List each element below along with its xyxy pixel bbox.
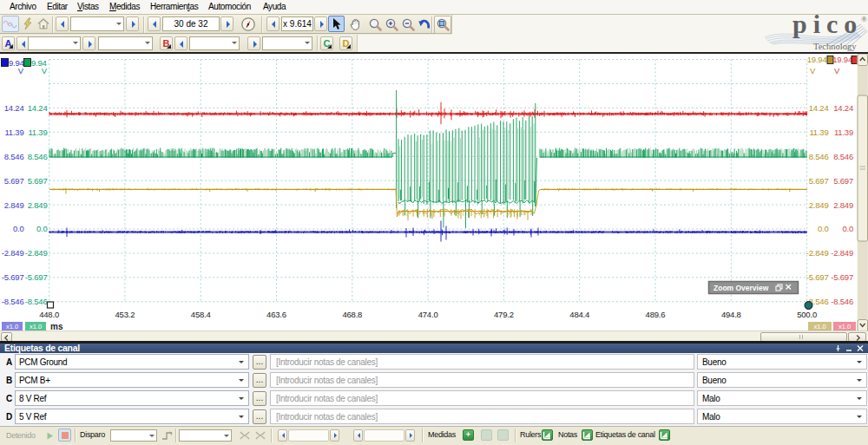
svg-text:-8.546: -8.546 — [25, 297, 48, 306]
svg-text:479.2: 479.2 — [494, 310, 514, 319]
svg-text:x1.0: x1.0 — [838, 323, 851, 330]
svg-text:0.0: 0.0 — [842, 224, 853, 233]
svg-text:463.6: 463.6 — [266, 310, 286, 319]
svg-text:pico: pico — [792, 15, 863, 38]
svg-text:14.24: 14.24 — [4, 103, 24, 113]
svg-text:8.546: 8.546 — [809, 152, 829, 161]
svg-text:8.546: 8.546 — [28, 152, 48, 161]
svg-text:8.546: 8.546 — [4, 152, 24, 161]
svg-text:5.697: 5.697 — [28, 176, 48, 186]
svg-text:5.697: 5.697 — [809, 176, 829, 186]
svg-text:8.546: 8.546 — [833, 152, 853, 161]
svg-text:2.849: 2.849 — [833, 200, 853, 210]
svg-text:-5.697: -5.697 — [831, 272, 853, 282]
svg-text:11.39: 11.39 — [28, 128, 47, 137]
svg-text:x1.0: x1.0 — [813, 323, 825, 330]
svg-text:-2.849: -2.849 — [831, 248, 853, 258]
svg-text:-8.546: -8.546 — [2, 297, 24, 306]
svg-text:-5.697: -5.697 — [806, 272, 829, 282]
svg-text:x1.0: x1.0 — [30, 323, 42, 330]
svg-text:-2.849: -2.849 — [25, 248, 48, 258]
svg-text:11.39: 11.39 — [834, 128, 853, 137]
svg-text:Technology: Technology — [813, 42, 857, 51]
svg-text:-5.697: -5.697 — [25, 272, 48, 282]
svg-text:14.24: 14.24 — [809, 103, 829, 113]
svg-text:453.2: 453.2 — [115, 310, 135, 319]
svg-text:V: V — [834, 66, 840, 75]
svg-text:19.94: 19.94 — [832, 55, 852, 64]
svg-text:-2.849: -2.849 — [2, 248, 24, 258]
svg-text:500.0: 500.0 — [797, 310, 817, 319]
svg-text:-2.849: -2.849 — [806, 248, 829, 258]
svg-text:484.4: 484.4 — [569, 310, 589, 319]
svg-text:0.0: 0.0 — [36, 224, 48, 233]
svg-text:®: ® — [861, 15, 867, 23]
svg-text:14.24: 14.24 — [833, 103, 853, 113]
svg-text:x1.0: x1.0 — [6, 323, 18, 330]
svg-text:Zoom Overview: Zoom Overview — [713, 284, 769, 292]
svg-text:V: V — [42, 66, 48, 75]
svg-text:19.94: 19.94 — [807, 55, 827, 64]
svg-text:458.4: 458.4 — [191, 310, 211, 319]
svg-text:0.0: 0.0 — [818, 224, 829, 233]
svg-text:14.24: 14.24 — [28, 103, 48, 113]
svg-text:494.8: 494.8 — [721, 310, 741, 319]
svg-text:11.39: 11.39 — [4, 128, 23, 137]
svg-text:-8.546: -8.546 — [831, 297, 853, 306]
svg-text:474.0: 474.0 — [418, 310, 438, 319]
svg-text:468.8: 468.8 — [342, 310, 362, 319]
svg-text:448.0: 448.0 — [39, 310, 59, 319]
svg-text:ms: ms — [50, 322, 63, 331]
svg-text:V: V — [810, 66, 816, 75]
svg-text:V: V — [18, 66, 24, 75]
svg-text:5.697: 5.697 — [833, 176, 853, 186]
svg-text:11.39: 11.39 — [809, 128, 828, 137]
svg-text:0.0: 0.0 — [13, 224, 24, 233]
svg-text:2.849: 2.849 — [4, 200, 24, 210]
svg-text:5.697: 5.697 — [4, 176, 24, 186]
svg-text:489.6: 489.6 — [646, 310, 666, 319]
svg-text:2.849: 2.849 — [28, 200, 48, 210]
svg-text:2.849: 2.849 — [809, 200, 829, 210]
svg-text:-5.697: -5.697 — [2, 272, 24, 282]
